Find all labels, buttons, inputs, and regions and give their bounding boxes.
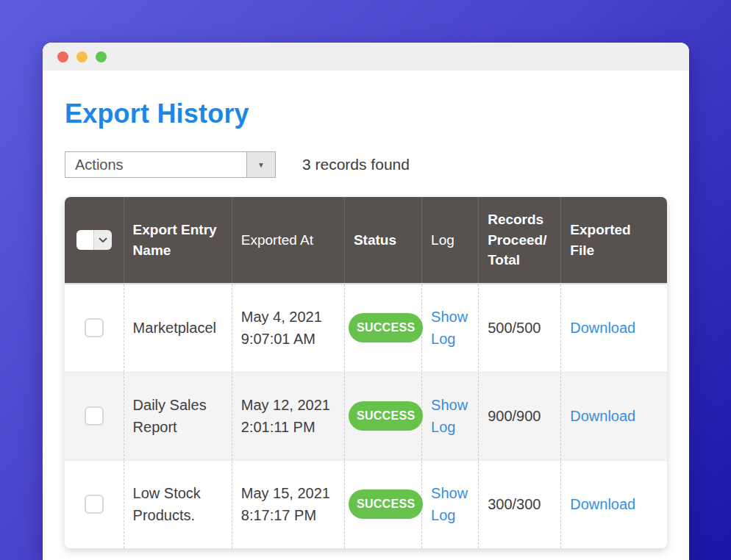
status-badge: SUCCESS: [349, 489, 423, 519]
cell-records: 500/500: [479, 284, 561, 372]
cell-log: Show Log: [422, 460, 479, 548]
column-header-status: Status: [344, 197, 421, 284]
browser-window: Export History Actions ▼ 3 records found: [43, 43, 689, 560]
cell-records: 300/300: [479, 460, 561, 548]
maximize-button[interactable]: [96, 51, 107, 62]
column-header-exported-file: Exported File: [561, 197, 667, 284]
cell-exported-at: May 12, 2021 2:01:11 PM: [232, 372, 344, 460]
page-title: Export History: [65, 98, 667, 129]
download-link[interactable]: Download: [570, 496, 635, 512]
actions-dropdown[interactable]: Actions ▼: [65, 151, 276, 178]
cell-export-entry-name: Daily Sales Report: [124, 372, 232, 460]
select-all-control[interactable]: [76, 230, 112, 250]
row-checkbox[interactable]: [85, 318, 104, 337]
table-row: Low Stock Products. May 15, 2021 8:17:17…: [65, 460, 667, 548]
cell-export-entry-name: Marketplacel: [124, 284, 232, 372]
status-badge: SUCCESS: [349, 313, 423, 342]
chevron-down-icon: [99, 237, 107, 243]
actions-dropdown-value: Actions: [65, 152, 246, 177]
cell-log: Show Log: [422, 284, 479, 372]
column-header-select: [65, 197, 124, 284]
toolbar: Actions ▼ 3 records found: [65, 151, 667, 178]
cell-status: SUCCESS: [344, 460, 421, 548]
table-row: Marketplacel May 4, 2021 9:07:01 AM SUCC…: [65, 284, 667, 372]
cell-select: [65, 284, 124, 372]
cell-log: Show Log: [422, 372, 479, 460]
cell-exported-file: Download: [561, 372, 667, 460]
show-log-link[interactable]: Show Log: [431, 485, 468, 523]
cell-select: [65, 460, 124, 548]
download-link[interactable]: Download: [570, 408, 635, 424]
records-count: 3 records found: [302, 156, 410, 173]
cell-select: [65, 372, 124, 460]
chevron-down-icon[interactable]: ▼: [246, 152, 275, 177]
show-log-link[interactable]: Show Log: [431, 397, 468, 435]
cell-exported-at: May 4, 2021 9:07:01 AM: [232, 284, 344, 372]
download-link[interactable]: Download: [570, 320, 635, 336]
column-header-exported-at: Exported At: [232, 197, 344, 284]
export-history-table: Export Entry Name Exported At Status Log…: [65, 197, 667, 548]
show-log-link[interactable]: Show Log: [431, 309, 468, 347]
cell-status: SUCCESS: [344, 284, 421, 372]
cell-status: SUCCESS: [344, 372, 421, 460]
cell-exported-file: Download: [561, 284, 667, 372]
window-titlebar: [43, 43, 689, 71]
table-header-row: Export Entry Name Exported At Status Log…: [65, 197, 667, 284]
table-row: Daily Sales Report May 12, 2021 2:01:11 …: [65, 372, 667, 460]
cell-export-entry-name: Low Stock Products.: [124, 460, 232, 548]
cell-exported-at: May 15, 2021 8:17:17 PM: [232, 460, 344, 548]
select-all-checkbox[interactable]: [76, 230, 94, 250]
row-checkbox[interactable]: [85, 495, 104, 514]
minimize-button[interactable]: [76, 51, 88, 62]
cell-exported-file: Download: [561, 460, 667, 548]
column-header-records: Records Proceed/ Total: [479, 197, 561, 284]
close-button[interactable]: [57, 51, 68, 62]
cell-records: 900/900: [479, 372, 561, 460]
column-header-export-entry-name: Export Entry Name: [124, 197, 232, 284]
row-checkbox[interactable]: [85, 406, 104, 426]
column-header-log: Log: [422, 197, 479, 284]
status-badge: SUCCESS: [349, 401, 423, 431]
chevron-down-icon[interactable]: [93, 230, 112, 250]
page-content: Export History Actions ▼ 3 records found: [43, 98, 689, 548]
